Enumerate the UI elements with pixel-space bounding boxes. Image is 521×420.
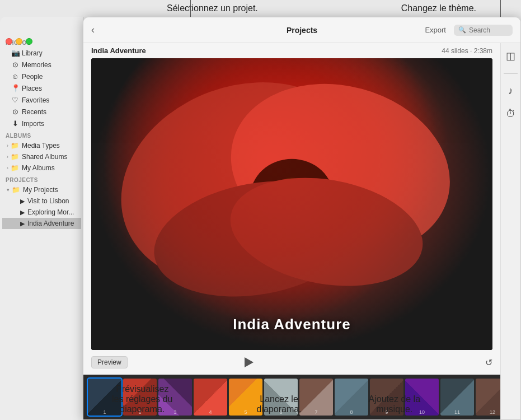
chevron-media-types: › — [7, 143, 8, 148]
sidebar-item-favorites[interactable]: ♡ Favorites — [2, 94, 81, 106]
preview-button[interactable]: Preview — [91, 356, 128, 368]
sidebar-label-favorites: Favorites — [22, 96, 49, 104]
sidebar-item-recents[interactable]: ⊙ Recents — [2, 106, 81, 118]
toolbar-title: Projects — [287, 26, 317, 35]
sidebar-item-imports[interactable]: ⬇ Imports — [2, 118, 81, 129]
sidebar-item-visit-lisbon[interactable]: ▶ Visit to Lisbon — [2, 195, 81, 207]
sidebar-label-visit-lisbon: Visit to Lisbon — [27, 197, 69, 205]
recents-icon: ⊙ — [11, 108, 19, 116]
toolbar: ‹ Projects Export 🔍 — [83, 17, 520, 43]
back-button[interactable]: ‹ — [91, 24, 95, 36]
sidebar-section-projects: Projects — [0, 174, 83, 184]
change-theme-annotation: Changez le thème. — [401, 3, 476, 13]
film-thumb-9[interactable]: 10 — [405, 379, 439, 416]
film-thumb-2[interactable]: 3 — [158, 379, 192, 416]
imports-icon: ⬇ — [11, 119, 19, 128]
project-name: India Adventure — [91, 46, 146, 55]
close-button[interactable] — [6, 38, 12, 45]
right-sidebar: ◫ ♪ ⏱ — [500, 43, 520, 419]
favorites-icon: ♡ — [11, 96, 19, 104]
sidebar-group-media-types[interactable]: › 📁 Media Types — [2, 140, 81, 151]
people-icon: ☺ — [11, 72, 19, 81]
film-thumb-11[interactable]: 12 — [476, 379, 500, 416]
thumb-number-11: 12 — [476, 409, 500, 415]
thumb-number-1: 2 — [123, 409, 157, 415]
thumb-number-9: 10 — [405, 409, 439, 415]
film-thumb-3[interactable]: 4 — [194, 379, 227, 416]
film-thumb-10[interactable]: 11 — [440, 379, 474, 416]
minimize-button[interactable] — [16, 38, 22, 45]
thumb-number-7: 8 — [335, 409, 368, 415]
sidebar-item-memories[interactable]: ⊙ Memories — [2, 59, 81, 71]
clock-icon[interactable]: ⏱ — [506, 108, 516, 120]
sidebar-group-shared-albums[interactable]: › 📁 Shared Albums — [2, 151, 81, 162]
thumb-number-2: 3 — [158, 409, 192, 415]
preview-area: India Adventure — [91, 58, 492, 350]
toolbar-right: Export 🔍 — [425, 25, 513, 36]
project-title-bar: India Adventure 44 slides · 2:38m — [83, 43, 500, 58]
sidebar-item-library[interactable]: 📷 Library — [2, 47, 81, 59]
sidebar-label-people: People — [22, 73, 43, 81]
sidebar-item-india-adventure[interactable]: ▶ India Adventure — [2, 218, 81, 229]
sidebar-content: Photos 📷 Library ⊙ Memories ☺ People 📍 P… — [0, 17, 83, 229]
maximize-button[interactable] — [26, 38, 32, 45]
thumb-number-8: 9 — [370, 409, 403, 415]
controls-bar: Preview ↺ — [83, 350, 500, 375]
sidebar-group-my-projects[interactable]: ▾ 📁 My Projects — [2, 184, 81, 195]
main-content: India Adventure 44 slides · 2:38m — [83, 43, 520, 419]
sidebar-label-media-types: Media Types — [22, 142, 60, 150]
project-meta: 44 slides · 2:38m — [442, 47, 492, 55]
thumb-number-5: 6 — [264, 409, 298, 415]
main-window: ‹ Projects Export 🔍 India Adventure 44 s… — [83, 17, 521, 420]
sidebar-label-memories: Memories — [22, 61, 51, 69]
thumb-number-10: 11 — [440, 409, 474, 415]
repeat-button[interactable]: ↺ — [485, 357, 492, 368]
library-icon: 📷 — [11, 49, 19, 57]
search-box: 🔍 — [454, 25, 513, 36]
slideshow-area: India Adventure 44 slides · 2:38m — [83, 43, 500, 419]
sidebar-section-albums: Albums — [0, 129, 83, 140]
play-button[interactable] — [241, 354, 257, 370]
preview-background: India Adventure — [91, 58, 492, 350]
sidebar-item-places[interactable]: 📍 Places — [2, 82, 81, 94]
sidebar-label-my-albums: My Albums — [22, 164, 55, 172]
sidebar-group-my-albums[interactable]: › 📁 My Albums — [2, 162, 81, 174]
chevron-shared-albums: › — [7, 154, 8, 160]
shared-albums-icon: 📁 — [11, 153, 19, 161]
music-icon[interactable]: ♪ — [508, 85, 513, 97]
sidebar-label-shared-albums: Shared Albums — [22, 153, 67, 161]
film-thumb-0[interactable]: 1 — [88, 379, 121, 416]
theme-icon[interactable]: ◫ — [506, 50, 515, 62]
film-thumb-6[interactable]: 7 — [299, 379, 333, 416]
thumb-number-0: 1 — [88, 409, 121, 415]
select-project-annotation: Sélectionnez un projet. — [167, 3, 258, 13]
sidebar-label-my-projects: My Projects — [23, 186, 58, 194]
india-adventure-icon: ▶ — [20, 220, 25, 227]
exploring-mor-icon: ▶ — [20, 209, 25, 216]
sidebar-item-people[interactable]: ☺ People — [2, 71, 81, 82]
preview-title: India Adventure — [91, 316, 492, 333]
sidebar-label-library: Library — [22, 49, 43, 57]
film-thumb-5[interactable]: 6 — [264, 379, 298, 416]
visit-lisbon-icon: ▶ — [20, 198, 25, 205]
thumb-number-3: 4 — [194, 409, 227, 415]
sidebar-item-exploring-mor[interactable]: ▶ Exploring Mor... — [2, 207, 81, 218]
film-thumb-8[interactable]: 9 — [370, 379, 403, 416]
media-types-icon: 📁 — [11, 142, 19, 150]
sidebar-label-exploring-mor: Exploring Mor... — [27, 208, 74, 216]
traffic-lights — [6, 38, 32, 45]
thumb-number-4: 5 — [229, 409, 262, 415]
film-thumb-4[interactable]: 5 — [229, 379, 262, 416]
play-triangle-icon — [245, 357, 254, 367]
top-annotations: Sélectionnez un projet. Changez le thème… — [83, 0, 521, 17]
right-sidebar-divider — [504, 73, 518, 74]
sidebar-label-recents: Recents — [22, 108, 46, 116]
film-thumb-7[interactable]: 8 — [335, 379, 368, 416]
film-thumb-1[interactable]: 2 — [123, 379, 157, 416]
export-button[interactable]: Export — [425, 26, 446, 34]
chevron-my-projects: ▾ — [7, 187, 10, 193]
sidebar-label-places: Places — [22, 85, 42, 92]
search-input[interactable] — [469, 26, 508, 34]
search-icon: 🔍 — [458, 26, 466, 34]
memories-icon: ⊙ — [11, 60, 19, 69]
